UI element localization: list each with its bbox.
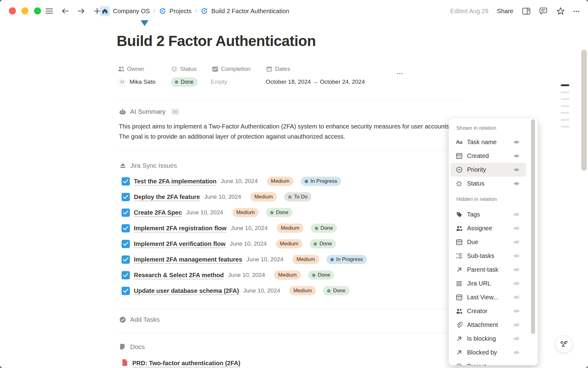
sidebar-menu-icon[interactable] [45, 6, 54, 16]
task-title-link[interactable]: Update user database schema (2FA) [134, 287, 239, 294]
task-title-link[interactable]: Deploy the 2FA feature [134, 194, 200, 201]
status-badge[interactable]: Done [266, 208, 292, 217]
property-status-value[interactable]: Done [171, 77, 198, 87]
status-badge[interactable]: To Do [284, 192, 311, 201]
checkbox-checked-icon[interactable] [122, 193, 130, 201]
checkbox-checked-icon[interactable] [122, 177, 130, 186]
checkbox-checked-icon[interactable] [122, 224, 130, 232]
property-owner-label[interactable]: Owner [118, 64, 144, 74]
comments-icon[interactable] [539, 7, 548, 15]
share-button[interactable]: Share [497, 8, 513, 15]
breadcrumb-company-os[interactable]: Company OS [113, 8, 150, 15]
status-badge[interactable]: Done [310, 239, 336, 248]
forward-icon[interactable] [77, 6, 86, 16]
property-dates-value[interactable]: October 18, 2024 → October 24, 2024 [266, 77, 365, 87]
checkbox-checked-icon[interactable] [122, 287, 130, 295]
side-peek-icon[interactable] [522, 7, 530, 15]
popup-item-priority[interactable]: Priority [450, 163, 526, 177]
task-row[interactable]: Create 2FA Spec June 10, 2024 Medium Don… [122, 207, 292, 218]
eye-off-icon[interactable] [513, 240, 520, 245]
ai-summary-header[interactable]: AI Summary AI [119, 107, 179, 117]
task-row[interactable]: Implement 2FA management features June 1… [122, 254, 367, 265]
priority-badge[interactable]: Medium [277, 224, 303, 233]
priority-badge[interactable]: Medium [276, 239, 302, 248]
popup-item-created[interactable]: Created [450, 149, 526, 163]
priority-badge[interactable]: Medium [292, 255, 319, 264]
page-title[interactable]: Build 2 Factor Authentication [117, 33, 316, 49]
task-row[interactable]: Implement 2FA verification flow June 10,… [122, 238, 336, 249]
task-title-link[interactable]: Implement 2FA registration flow [134, 225, 227, 232]
page-scrollbar-thumb[interactable] [581, 50, 587, 171]
popup-item-status[interactable]: Status [450, 177, 526, 190]
popup-item-parent-task[interactable]: Parent-task [450, 263, 526, 277]
property-status-label[interactable]: Status [171, 64, 197, 74]
eye-icon[interactable] [513, 181, 520, 186]
popup-scrollbar-thumb[interactable] [531, 119, 535, 334]
task-title-link[interactable]: Implement 2FA verification flow [134, 240, 225, 247]
status-badge[interactable]: In Progress [326, 255, 367, 264]
doc-link[interactable]: PRD: Two-factor authentication (2FA) [132, 360, 240, 367]
popup-item-tags[interactable]: Tags [450, 208, 526, 221]
add-tasks-button[interactable]: Add Tasks [119, 315, 160, 324]
task-row[interactable]: Research & Select 2FA method June 10, 20… [122, 270, 334, 281]
status-badge[interactable]: In Progress [301, 177, 341, 186]
notion-ai-face-button[interactable] [555, 335, 572, 353]
eye-icon[interactable] [513, 153, 520, 159]
property-owner-value[interactable]: M Mika Sato [118, 77, 155, 87]
eye-off-icon[interactable] [513, 212, 520, 217]
property-completion-label[interactable]: Completion [212, 64, 251, 74]
popup-item-attachment[interactable]: Attachment [450, 318, 526, 332]
status-badge[interactable]: Done [308, 270, 334, 280]
eye-off-icon[interactable] [513, 226, 520, 231]
eye-off-icon[interactable] [513, 322, 520, 328]
eye-icon[interactable] [513, 140, 520, 145]
status-badge[interactable]: Done [311, 224, 337, 233]
checkbox-checked-icon[interactable] [122, 240, 130, 248]
docs-section-header[interactable]: Docs [119, 342, 145, 352]
task-row[interactable]: Implement 2FA registration flow June 10,… [122, 223, 337, 234]
checkbox-checked-icon[interactable] [122, 209, 130, 217]
popup-item-partial[interactable]: Project [450, 359, 526, 365]
window-controls[interactable] [9, 7, 41, 14]
task-row[interactable]: Test the 2FA implementation June 10, 202… [122, 176, 341, 187]
eye-off-icon[interactable] [513, 309, 520, 314]
popup-item-assignee[interactable]: Assignee [450, 221, 526, 235]
more-options-button[interactable]: ••• [573, 9, 580, 14]
task-row[interactable]: Update user database schema (2FA) June 1… [122, 285, 349, 296]
minimize-window-button[interactable] [21, 7, 28, 14]
priority-badge[interactable]: Medium [289, 286, 316, 295]
close-window-button[interactable] [9, 7, 16, 14]
eye-off-icon[interactable] [513, 281, 520, 286]
popup-item-due[interactable]: Due [450, 235, 526, 249]
eye-off-icon[interactable] [513, 350, 520, 355]
task-row[interactable]: Deploy the 2FA feature June 10, 2024 Med… [122, 191, 311, 202]
ai-summary-text[interactable]: This project aims to implement a Two-Fac… [119, 121, 451, 142]
breadcrumb-current-page[interactable]: Build 2 Factor Authentication [211, 8, 289, 15]
priority-badge[interactable]: Medium [274, 270, 300, 280]
task-title-link[interactable]: Create 2FA Spec [134, 209, 182, 216]
favorite-star-icon[interactable] [556, 7, 565, 15]
popup-item-blocked-by[interactable]: Blocked by [450, 346, 526, 359]
back-icon[interactable] [61, 6, 70, 16]
eye-off-icon[interactable] [513, 253, 520, 259]
home-icon[interactable] [100, 6, 110, 16]
checkbox-checked-icon[interactable] [122, 255, 130, 264]
property-dates-label[interactable]: Dates [266, 64, 290, 74]
task-title-link[interactable]: Test the 2FA implementation [134, 178, 217, 185]
priority-badge[interactable]: Medium [250, 192, 277, 201]
properties-more-button[interactable]: ••• [397, 71, 403, 76]
status-badge[interactable]: Done [323, 286, 349, 295]
page-outline-indicator[interactable] [561, 84, 569, 128]
popup-item-sub-tasks[interactable]: Sub-tasks [450, 249, 526, 263]
zoom-window-button[interactable] [34, 7, 41, 14]
popup-item-jira-url[interactable]: Jira URL [450, 277, 526, 290]
eye-off-icon[interactable] [513, 336, 520, 341]
priority-badge[interactable]: Medium [267, 177, 293, 186]
jira-section-header[interactable]: Jira Sync Issues [119, 161, 177, 171]
property-completion-value[interactable]: Empty [211, 77, 227, 87]
task-title-link[interactable]: Implement 2FA management features [134, 256, 242, 263]
breadcrumb-projects[interactable]: Projects [169, 8, 191, 15]
doc-link-row[interactable]: PRD: Two-factor authentication (2FA) [122, 358, 240, 368]
checkbox-checked-icon[interactable] [122, 271, 130, 279]
popup-item-is-blocking[interactable]: Is blocking [450, 332, 526, 346]
